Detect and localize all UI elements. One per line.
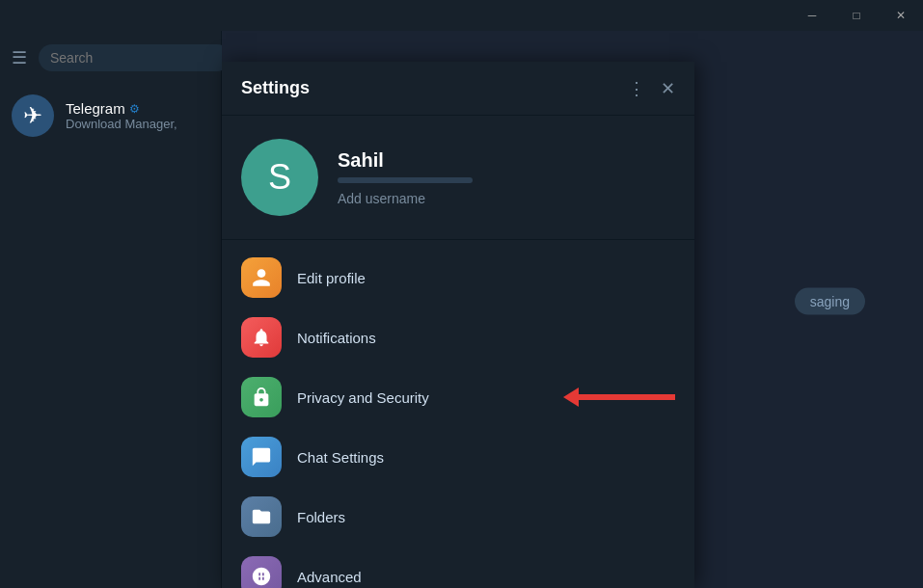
profile-phone-bar [338,177,473,183]
sidebar-header: ☰ [0,31,221,85]
telegram-avatar-icon: ✈ [23,102,42,129]
profile-username[interactable]: Add username [338,191,675,206]
notifications-icon [241,317,282,358]
title-bar-controls: ─ □ ✕ [790,0,923,31]
profile-section: S Sahil Add username [222,116,694,240]
app-area: ☰ ✈ Telegram ⚙ Download Manager, saging … [0,31,923,588]
menu-item-edit-profile[interactable]: Edit profile [222,248,694,307]
chat-item-telegram[interactable]: ✈ Telegram ⚙ Download Manager, [0,85,221,147]
advanced-icon [241,556,282,588]
profile-avatar[interactable]: S [241,139,318,216]
red-arrow [563,388,675,407]
settings-title: Settings [241,78,310,98]
sidebar: ☰ ✈ Telegram ⚙ Download Manager, [0,31,222,588]
settings-header: Settings ⋮ ✕ [222,62,694,116]
settings-close-button[interactable]: ✕ [661,78,675,99]
privacy-security-label: Privacy and Security [297,389,429,406]
chat-settings-icon [241,437,282,477]
menu-item-privacy-security[interactable]: Privacy and Security [222,367,694,427]
menu-item-folders[interactable]: Folders [222,487,694,547]
chat-preview: Download Manager, [66,117,209,131]
edit-profile-icon [241,257,282,298]
settings-header-actions: ⋮ ✕ [628,78,675,99]
menu-item-chat-settings[interactable]: Chat Settings [222,427,694,487]
edit-profile-label: Edit profile [297,270,366,286]
menu-list: Edit profile Notifications Privacy [222,240,694,588]
menu-item-advanced[interactable]: Advanced [222,547,694,588]
avatar-letter: S [268,157,291,198]
chat-name: Telegram ⚙ [66,100,209,117]
chat-info: Telegram ⚙ Download Manager, [66,100,209,131]
profile-info: Sahil Add username [338,149,675,206]
close-button[interactable]: ✕ [879,0,923,31]
search-input[interactable] [39,44,231,71]
title-bar: ─ □ ✕ [0,0,923,31]
settings-more-button[interactable]: ⋮ [628,78,645,99]
arrow-indicator [563,388,675,407]
settings-panel: Settings ⋮ ✕ S Sahil Add username [222,62,694,588]
minimize-button[interactable]: ─ [790,0,834,31]
menu-item-notifications[interactable]: Notifications [222,307,694,367]
maximize-button[interactable]: □ [834,0,879,31]
advanced-label: Advanced [297,569,362,585]
privacy-security-icon [241,377,282,417]
telegram-avatar: ✈ [12,94,54,137]
folders-label: Folders [297,509,345,525]
folders-icon [241,496,282,537]
profile-name: Sahil [338,149,675,172]
messaging-badge: saging [795,288,865,315]
hamburger-icon[interactable]: ☰ [12,47,27,68]
chat-settings-label: Chat Settings [297,449,384,466]
notifications-label: Notifications [297,330,376,346]
verified-icon: ⚙ [129,102,140,116]
